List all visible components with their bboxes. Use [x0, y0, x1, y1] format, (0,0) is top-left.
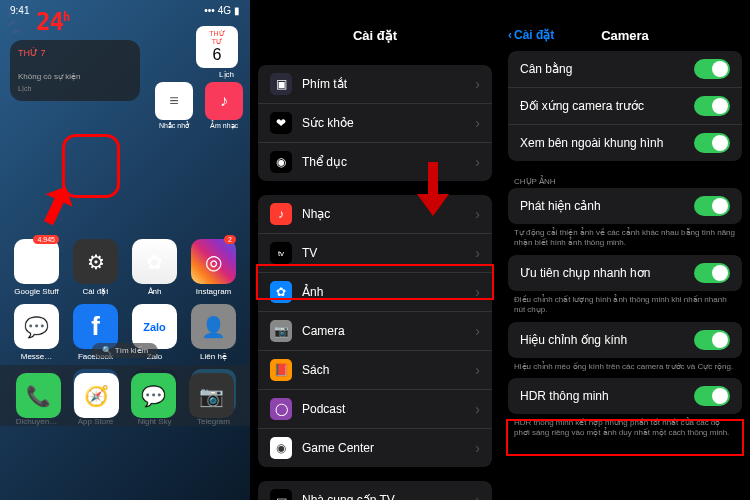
status-right: ••• 4G ▮ — [204, 5, 240, 16]
chevron-right-icon: › — [475, 492, 480, 500]
app-icon: ⚙ — [73, 239, 118, 284]
row-sức-khỏe[interactable]: ❤Sức khỏe› — [258, 104, 492, 143]
arrow-down-icon — [415, 162, 451, 220]
row-icon: ✿ — [270, 281, 292, 303]
row-label: Xem bên ngoài khung hình — [520, 136, 694, 150]
row-camera[interactable]: 📷Camera› — [258, 312, 492, 351]
row-label: Camera — [302, 324, 475, 338]
dock-safari[interactable]: 🧭 — [74, 373, 119, 418]
toggle-on[interactable] — [694, 96, 730, 116]
row-thể-dục[interactable]: ◉Thể dục› — [258, 143, 492, 181]
app-label: Instagram — [196, 287, 232, 296]
toggle-on[interactable] — [694, 386, 730, 406]
toggle-on[interactable] — [694, 59, 730, 79]
app-icon: 👤 — [191, 304, 236, 349]
app-label: Google Stuff — [14, 287, 58, 296]
toggle-on[interactable] — [694, 330, 730, 350]
row-lens-correction[interactable]: Hiệu chỉnh ống kính — [508, 322, 742, 358]
toggle-on[interactable] — [694, 263, 730, 283]
row-nhạc[interactable]: ♪Nhạc› — [258, 195, 492, 234]
app-cit[interactable]: ⚙Cài đặt — [69, 239, 122, 296]
phone-settings-list: Cài đặt ▣Phím tắt›❤Sức khỏe›◉Thể dục›♪Nh… — [250, 0, 500, 500]
phone-camera-settings: ‹ Cài đặt Camera Cân bằngĐối xứng camera… — [500, 0, 750, 500]
row-podcast[interactable]: ◯Podcast› — [258, 390, 492, 429]
section-header: CHỤP ẢNH — [500, 175, 750, 188]
svg-rect-2 — [12, 29, 21, 35]
svg-rect-1 — [8, 20, 15, 27]
reminders-icon[interactable]: ≡ Nhắc nhở — [155, 82, 193, 130]
row-icon: 📕 — [270, 359, 292, 381]
row-icon: ◉ — [270, 437, 292, 459]
logo-24h: 24h — [8, 5, 69, 39]
toggle-on[interactable] — [694, 133, 730, 153]
row-label: Phím tắt — [302, 77, 475, 91]
dock-phone[interactable]: 📞 — [16, 373, 61, 418]
row-icon: tv — [270, 242, 292, 264]
app-label: Liên hệ — [200, 352, 227, 361]
row-scene-detection[interactable]: Phát hiện cảnh — [508, 188, 742, 224]
row-smart-hdr[interactable]: HDR thông minh — [508, 378, 742, 414]
search-pill[interactable]: 🔍 Tìm kiếm — [92, 343, 158, 358]
chevron-right-icon: › — [475, 440, 480, 456]
row-label: Sức khỏe — [302, 116, 475, 130]
row-label: Nhà cung cấp TV — [302, 493, 475, 500]
row-label: Ảnh — [302, 285, 475, 299]
app-nh[interactable]: ✿Ảnh — [128, 239, 181, 296]
battery-icon: ▮ — [234, 5, 240, 16]
app-instagram[interactable]: ◎2Instagram — [187, 239, 240, 296]
arrow-to-settings-icon — [22, 180, 72, 230]
row-nhà-cung-cấp-tv[interactable]: ▭Nhà cung cấp TV› — [258, 481, 492, 500]
row-label: Game Center — [302, 441, 475, 455]
status-bar — [500, 0, 750, 20]
app-linh[interactable]: 👤Liên hệ — [187, 304, 240, 361]
dock-messages[interactable]: 💬 — [131, 373, 176, 418]
row-label: TV — [302, 246, 475, 260]
row-label: Podcast — [302, 402, 475, 416]
prio-desc: Điều chỉnh chất lượng hình ảnh thông min… — [500, 291, 750, 322]
phone-home-screen: 9:41 ••• 4G ▮ 24h THỨ 7 Không có sự kiện… — [0, 0, 250, 500]
calendar-widget[interactable]: THỨ 7 Không có sự kiện Lịch — [10, 40, 140, 101]
toggle-on[interactable] — [694, 196, 730, 216]
row-phím-tắt[interactable]: ▣Phím tắt› — [258, 65, 492, 104]
chevron-right-icon: › — [475, 245, 480, 261]
row-label: Cân bằng — [520, 62, 694, 76]
row-icon: ▭ — [270, 489, 292, 500]
settings-title: Cài đặt — [250, 20, 500, 51]
hdr-desc: HDR thông minh kết hợp những phần tốt nh… — [500, 414, 750, 445]
back-button[interactable]: ‹ Cài đặt — [508, 28, 554, 42]
row-tv[interactable]: tvTV› — [258, 234, 492, 273]
row-đối-xứng-camera-trước[interactable]: Đối xứng camera trước — [508, 88, 742, 125]
chevron-right-icon: › — [475, 206, 480, 222]
dock: 📞🧭💬📷 — [0, 365, 250, 426]
row-icon: ♪ — [270, 203, 292, 225]
row-label: Sách — [302, 363, 475, 377]
app-icon: 💬 — [14, 304, 59, 349]
chevron-left-icon: ‹ — [508, 28, 512, 42]
svg-marker-4 — [417, 162, 449, 216]
app-label: Messe… — [21, 352, 53, 361]
scene-desc: Tự động cải thiện ảnh về các cảnh khác n… — [500, 224, 750, 255]
row-ảnh[interactable]: ✿Ảnh› — [258, 273, 492, 312]
dock-camera[interactable]: 📷 — [189, 373, 234, 418]
search-icon: 🔍 — [102, 346, 112, 355]
app-icon: G — [14, 239, 59, 284]
lens-desc: Hiệu chỉnh méo ống kính trên các camera … — [500, 358, 750, 378]
row-icon: ◉ — [270, 151, 292, 173]
row-xem-bên-ngoài-khung-hình[interactable]: Xem bên ngoài khung hình — [508, 125, 742, 161]
row-game-center[interactable]: ◉Game Center› — [258, 429, 492, 467]
app-icon: ◎ — [191, 239, 236, 284]
calendar-app[interactable]: THỨ TƯ 6 — [196, 26, 238, 68]
camera-header: ‹ Cài đặt Camera — [500, 20, 750, 51]
row-prioritize-faster[interactable]: Ưu tiên chụp nhanh hơn — [508, 255, 742, 291]
app-label: Ảnh — [148, 287, 162, 296]
row-sách[interactable]: 📕Sách› — [258, 351, 492, 390]
app-messe[interactable]: 💬Messe… — [10, 304, 63, 361]
music-icon[interactable]: ♪ Ảm nhạc — [205, 82, 243, 130]
row-cân-bằng[interactable]: Cân bằng — [508, 51, 742, 88]
app-googlestuff[interactable]: G4.945Google Stuff — [10, 239, 63, 296]
status-bar — [250, 0, 500, 20]
chevron-right-icon: › — [475, 154, 480, 170]
row-icon: ❤ — [270, 112, 292, 134]
chevron-right-icon: › — [475, 323, 480, 339]
row-icon: ◯ — [270, 398, 292, 420]
